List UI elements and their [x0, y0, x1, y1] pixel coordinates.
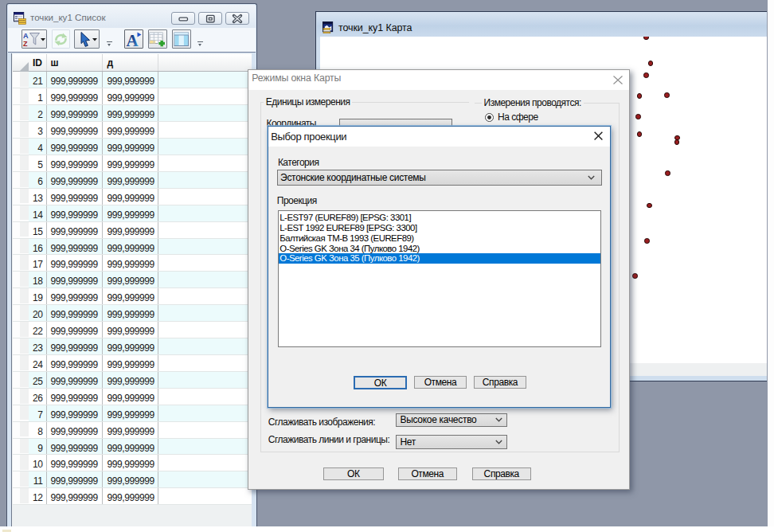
svg-text:A: A — [23, 31, 29, 39]
svg-text:A: A — [126, 30, 139, 49]
svg-text:Z: Z — [23, 40, 28, 48]
